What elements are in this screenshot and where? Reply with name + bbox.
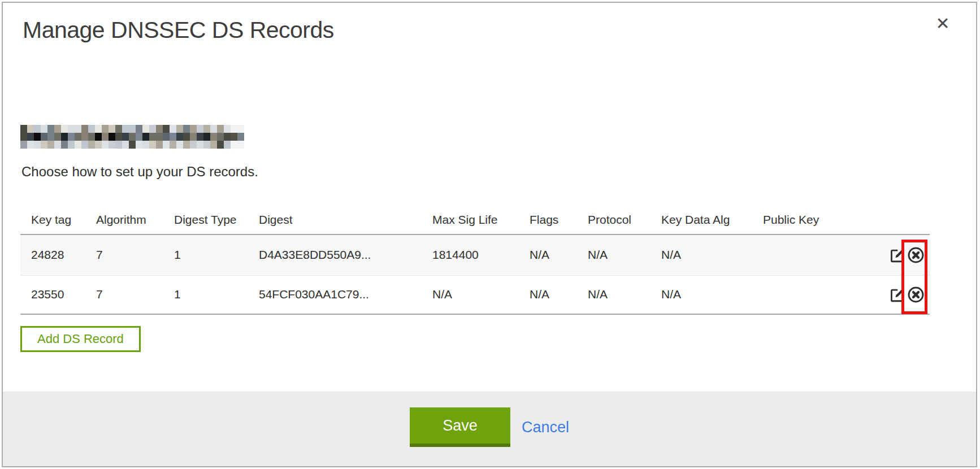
redacted-pixel: [102, 125, 109, 133]
table-header-row: Key tagAlgorithmDigest TypeDigestMax Sig…: [20, 206, 930, 234]
cell-digest: 54FCF030AA1C79...: [248, 275, 422, 314]
column-header-protocol: Protocol: [577, 206, 651, 234]
redacted-pixel: [183, 141, 190, 149]
redacted-pixel: [54, 125, 61, 133]
redacted-pixel: [75, 133, 81, 141]
redacted-pixel: [163, 133, 170, 141]
edit-icon[interactable]: [888, 286, 906, 303]
redacted-pixel: [41, 141, 47, 149]
column-header-actions: [871, 206, 930, 234]
redacted-pixel: [183, 133, 190, 141]
cell-public-key: [752, 234, 871, 275]
dialog-footer: Save Cancel: [3, 392, 976, 466]
redacted-pixel: [224, 141, 231, 149]
ds-records-table: Key tagAlgorithmDigest TypeDigestMax Sig…: [20, 206, 930, 315]
redacted-pixel: [231, 141, 237, 149]
redacted-pixel: [231, 125, 237, 133]
redacted-pixel: [190, 125, 197, 133]
add-ds-record-button[interactable]: Add DS Record: [20, 326, 141, 352]
redacted-pixel: [190, 133, 197, 141]
redacted-pixel: [190, 141, 197, 149]
redacted-pixel: [95, 125, 102, 133]
redacted-pixel: [68, 125, 75, 133]
redacted-pixel: [149, 133, 156, 141]
redacted-pixel: [109, 141, 115, 149]
cell-max-sig-life: 1814400: [422, 234, 519, 275]
redacted-pixel: [237, 133, 244, 141]
redacted-pixel: [136, 133, 142, 141]
redacted-pixel: [176, 133, 183, 141]
redacted-pixel: [129, 141, 136, 149]
redacted-pixel: [129, 133, 136, 141]
redacted-pixel: [20, 133, 27, 141]
cancel-link[interactable]: Cancel: [522, 419, 569, 436]
delete-icon[interactable]: [908, 286, 924, 303]
cell-digest-type: 1: [163, 234, 248, 275]
redacted-pixel: [115, 141, 122, 149]
redacted-pixel: [47, 141, 54, 149]
redacted-pixel: [203, 133, 210, 141]
close-icon[interactable]: ✕: [933, 14, 953, 34]
redacted-pixel: [122, 133, 129, 141]
redacted-pixel: [68, 133, 75, 141]
ds-record-row: 235507154FCF030AA1C79...N/AN/AN/AN/A: [20, 275, 930, 314]
ds-record-row: 2482871D4A33E8DD550A9...1814400N/AN/AN/A: [20, 234, 930, 275]
redacted-pixel: [203, 141, 210, 149]
redacted-pixel: [20, 125, 27, 133]
redacted-pixel: [203, 125, 210, 133]
redacted-pixel: [156, 125, 163, 133]
redacted-pixel: [88, 133, 95, 141]
redacted-pixel: [142, 133, 149, 141]
redacted-pixel: [197, 141, 203, 149]
redacted-pixel: [197, 125, 203, 133]
redacted-pixel: [170, 133, 176, 141]
redacted-pixel: [122, 125, 129, 133]
cell-key-tag: 23550: [20, 275, 85, 314]
redacted-pixel: [34, 141, 41, 149]
redacted-pixel: [61, 125, 68, 133]
redacted-pixel: [210, 141, 217, 149]
redacted-pixel: [210, 125, 217, 133]
redacted-pixel: [217, 125, 224, 133]
cell-key-data-alg: N/A: [651, 275, 752, 314]
redacted-pixel: [34, 125, 41, 133]
edit-icon[interactable]: [888, 246, 906, 264]
redacted-pixel: [68, 141, 75, 149]
redacted-pixel: [224, 125, 231, 133]
delete-icon[interactable]: [908, 247, 924, 263]
cell-key-data-alg: N/A: [651, 234, 752, 275]
redacted-pixel: [136, 141, 142, 149]
redacted-pixel: [149, 141, 156, 149]
cell-actions: [871, 234, 930, 275]
redacted-pixel: [41, 133, 47, 141]
redacted-pixel: [156, 133, 163, 141]
redacted-pixel: [115, 125, 122, 133]
redacted-pixel: [81, 141, 88, 149]
redacted-pixel: [95, 133, 102, 141]
column-header-key-tag: Key tag: [20, 206, 85, 234]
save-button[interactable]: Save: [410, 407, 510, 447]
redacted-pixel: [54, 133, 61, 141]
cell-protocol: N/A: [577, 234, 651, 275]
redacted-pixel: [170, 141, 176, 149]
redacted-pixel: [129, 125, 136, 133]
redacted-pixel: [183, 125, 190, 133]
redacted-pixel: [95, 141, 102, 149]
redacted-pixel: [20, 141, 27, 149]
redacted-pixel: [27, 141, 34, 149]
redacted-pixel: [61, 141, 68, 149]
cell-public-key: [752, 275, 871, 314]
redacted-pixel: [47, 133, 54, 141]
redacted-pixel: [102, 133, 109, 141]
redacted-pixel: [27, 125, 34, 133]
redacted-pixel: [122, 141, 129, 149]
redacted-pixel: [41, 125, 47, 133]
redacted-pixel: [27, 133, 34, 141]
redacted-pixel: [217, 133, 224, 141]
redacted-pixel: [109, 125, 115, 133]
cell-max-sig-life: N/A: [422, 275, 519, 314]
redacted-pixel: [81, 125, 88, 133]
redacted-pixel: [47, 125, 54, 133]
dialog-title: Manage DNSSEC DS Records: [23, 17, 334, 44]
redacted-pixel: [156, 141, 163, 149]
